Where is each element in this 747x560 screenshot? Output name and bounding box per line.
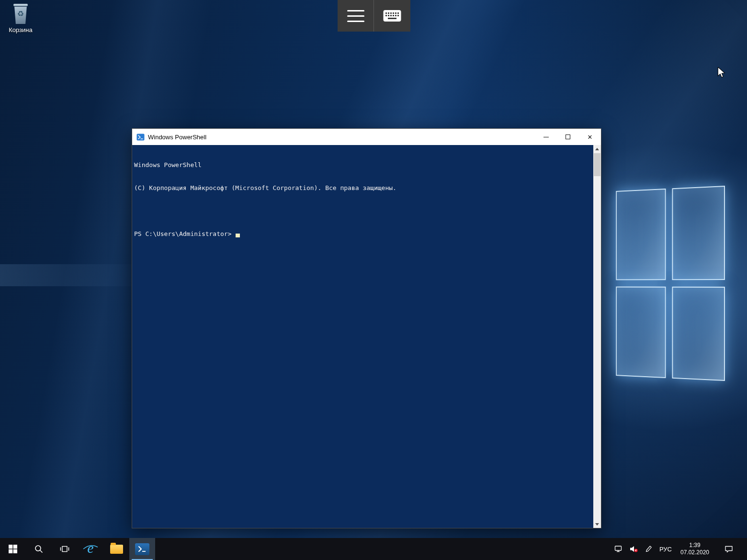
hamburger-icon <box>347 10 364 22</box>
task-view-button[interactable] <box>52 538 78 560</box>
recycle-bin-icon: ♻ <box>11 3 30 25</box>
powershell-taskbar-button[interactable] <box>129 538 155 560</box>
task-view-icon <box>60 544 69 554</box>
pen-workspace-button[interactable] <box>645 545 653 553</box>
terminal-line: Windows PowerShell <box>134 161 591 169</box>
maximize-icon <box>566 134 570 139</box>
vm-keyboard-button[interactable] <box>374 0 410 32</box>
close-button[interactable]: ✕ <box>579 129 601 145</box>
internet-explorer-orbit <box>83 544 98 551</box>
network-status-button[interactable] <box>614 545 623 553</box>
scrollbar[interactable] <box>593 145 601 528</box>
minimize-button[interactable] <box>535 129 557 145</box>
title-bar[interactable]: Windows PowerShell ✕ <box>132 129 601 145</box>
windows-start-icon <box>9 545 17 553</box>
windows-logo-pane <box>672 287 725 381</box>
windows-logo-pane <box>616 287 666 378</box>
internet-explorer-button[interactable]: e <box>78 538 103 560</box>
powershell-icon <box>136 133 145 141</box>
terminal-blank-line <box>134 207 591 215</box>
file-explorer-button[interactable] <box>103 538 129 560</box>
start-button[interactable] <box>0 538 26 560</box>
search-icon <box>34 544 44 554</box>
clock-time: 1:39 <box>679 542 711 549</box>
chevron-up-icon <box>595 148 599 150</box>
terminal-line: (C) Корпорация Майкрософт (Microsoft Cor… <box>134 184 591 192</box>
recycle-bin-label: Корзина <box>5 26 36 34</box>
window-title: Windows PowerShell <box>148 134 206 141</box>
clock[interactable]: 1:39 07.02.2020 <box>679 542 711 556</box>
chevron-down-icon <box>595 523 599 526</box>
search-button[interactable] <box>26 538 52 560</box>
windows-logo-glow <box>616 186 725 381</box>
terminal-body[interactable]: Windows PowerShell (C) Корпорация Майкро… <box>132 145 593 528</box>
system-tray: РУС 1:39 07.02.2020 <box>614 538 747 560</box>
scroll-down-button[interactable] <box>593 520 601 528</box>
wallpaper-light-band <box>0 264 144 286</box>
notification-bubble-icon <box>724 545 733 553</box>
desktop-screen: ♻ Корзина Windows <box>0 0 747 560</box>
powershell-window: Windows PowerShell ✕ Windows PowerShell … <box>132 128 601 528</box>
clock-date: 07.02.2020 <box>679 549 711 556</box>
action-center-button[interactable] <box>724 545 733 553</box>
scrollbar-thumb[interactable] <box>594 153 600 176</box>
windows-logo-pane <box>672 186 725 280</box>
vm-console-toolbar <box>338 0 410 32</box>
file-explorer-icon <box>110 545 123 554</box>
terminal-prompt: PS C:\Users\Administrator> <box>134 230 232 238</box>
vm-menu-button[interactable] <box>338 0 374 32</box>
maximize-button[interactable] <box>557 129 579 145</box>
volume-button[interactable] <box>630 545 638 553</box>
language-indicator[interactable]: РУС <box>659 546 672 553</box>
terminal-cursor <box>236 234 240 237</box>
minimize-icon <box>543 137 549 137</box>
keyboard-icon <box>383 9 402 22</box>
recycle-bin-shortcut[interactable]: ♻ Корзина <box>5 3 36 34</box>
windows-logo-pane <box>616 189 666 280</box>
volume-muted-icon <box>630 545 638 553</box>
pen-icon <box>645 545 653 553</box>
close-icon: ✕ <box>588 134 593 140</box>
network-icon <box>614 545 623 553</box>
powershell-icon <box>135 543 149 555</box>
taskbar: e <box>0 538 747 560</box>
scroll-up-button[interactable] <box>593 145 601 153</box>
